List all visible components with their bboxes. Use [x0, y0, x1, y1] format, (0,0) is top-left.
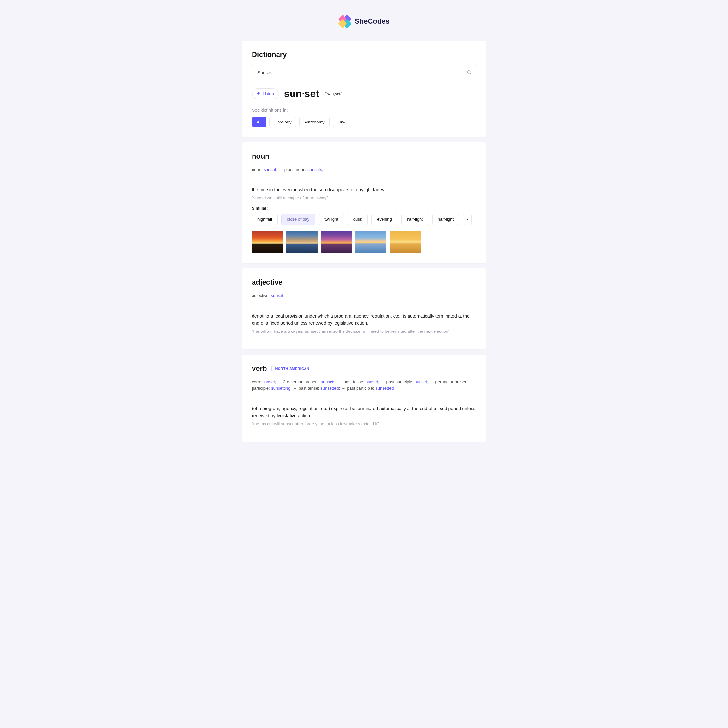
svg-line-1	[470, 73, 471, 74]
noun-example: "sunset was still a couple of hours away…	[252, 195, 476, 200]
brand-header: SheCodes	[242, 0, 486, 41]
see-definitions-label: See definitions in:	[252, 107, 476, 113]
noun-definition: the time in the evening when the sun dis…	[252, 187, 476, 194]
verb-heading: verb	[252, 364, 267, 373]
phonetic: /ˈsənˌset/	[324, 91, 341, 96]
filter-chip-law[interactable]: Law	[333, 117, 350, 127]
similar-chip[interactable]: twillight	[319, 214, 344, 225]
filter-chip-all[interactable]: All	[252, 117, 266, 127]
chevron-down-icon	[466, 218, 469, 221]
adjective-example: "the bill will have a two-year sunset cl…	[252, 329, 476, 334]
adjective-definition: denoting a legal provision under which a…	[252, 313, 476, 327]
image-thumbnail[interactable]	[390, 231, 421, 254]
similar-chip[interactable]: nightfall	[252, 214, 278, 225]
noun-forms: noun: sunset; – plural noun: sunsets;	[252, 167, 476, 179]
similar-chip[interactable]: half-light	[432, 214, 459, 225]
image-thumbnail[interactable]	[252, 231, 283, 254]
adjective-card: adjective adjective: sunset; denoting a …	[242, 268, 486, 349]
adjective-heading: adjective	[252, 278, 476, 287]
filter-chip-astronomy[interactable]: Astronomy	[299, 117, 329, 127]
image-thumbnail[interactable]	[286, 231, 318, 254]
search-icon[interactable]	[466, 70, 471, 76]
adjective-forms: adjective: sunset;	[252, 292, 476, 306]
listen-label: Listen	[263, 91, 274, 96]
image-thumbnail[interactable]	[355, 231, 387, 254]
shecodes-logo-icon	[336, 12, 354, 31]
similar-label: Similiar:	[252, 206, 476, 211]
similar-chip[interactable]: evening	[372, 214, 398, 225]
brand-name: SheCodes	[355, 17, 390, 26]
svg-point-0	[467, 70, 470, 73]
verb-card: verb NORTH AMERICAN verb: sunset; – 3rd …	[242, 355, 486, 442]
image-results-row	[252, 231, 476, 254]
headword: sun·set	[284, 88, 320, 99]
listen-button[interactable]: Listen	[252, 89, 279, 99]
filter-chip-horology[interactable]: Horology	[269, 117, 296, 127]
dictionary-header-card: Dictionary Listen sun·set /ˈsənˌset/	[242, 41, 486, 137]
noun-heading: noun	[252, 152, 476, 161]
audio-icon	[257, 91, 261, 96]
search-input[interactable]	[252, 65, 476, 81]
image-thumbnail[interactable]	[321, 231, 352, 254]
similar-chip[interactable]: half-light	[401, 214, 428, 225]
similar-expand-button[interactable]	[463, 214, 471, 225]
verb-definition: (of a program, agency, regulation, etc.)…	[252, 405, 476, 419]
similar-chip[interactable]: dusk	[348, 214, 367, 225]
verb-forms: verb: sunset; – 3rd person present: suns…	[252, 379, 476, 398]
similar-chip[interactable]: close of day	[281, 214, 315, 225]
noun-card: noun noun: sunset; – plural noun: sunset…	[242, 142, 486, 263]
region-tag: NORTH AMERICAN	[271, 365, 313, 372]
verb-example: "the tax cut will sunset after three yea…	[252, 422, 476, 427]
page-title: Dictionary	[252, 50, 476, 59]
